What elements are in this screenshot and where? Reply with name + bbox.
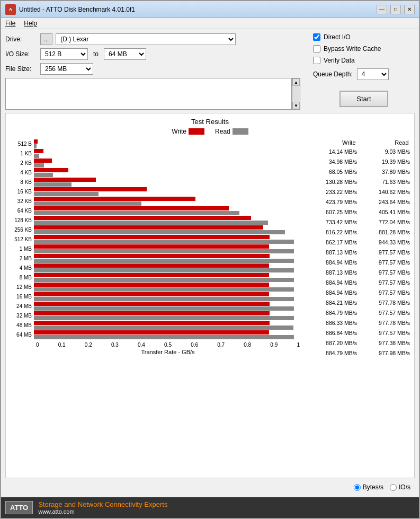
bar-row: 4 MB: [10, 263, 300, 272]
io-size-row: I/O Size: 512 B to 64 MB: [5, 48, 300, 60]
bypass-write-cache-label: Bypass Write Cache: [324, 45, 381, 52]
io-size-from-select[interactable]: 512 B: [40, 48, 88, 60]
write-value: 886.33 MB/s: [304, 320, 357, 326]
bytes-per-s-radio[interactable]: [354, 484, 361, 491]
read-bar: [34, 297, 294, 301]
bar-row: 16 MB: [10, 292, 300, 301]
value-row: 884.94 MB/s977.57 MB/s: [304, 258, 410, 267]
legend-write-label: Write: [172, 128, 186, 135]
bar-label: 256 KB: [10, 227, 34, 233]
bar-row: 64 MB: [10, 330, 300, 339]
menu-help[interactable]: Help: [24, 20, 37, 27]
description-textarea[interactable]: [5, 78, 292, 110]
app-icon: A: [5, 4, 16, 15]
bypass-write-cache-checkbox[interactable]: [313, 45, 320, 52]
io-size-label: I/O Size:: [5, 50, 37, 58]
bar-row: 32 KB: [10, 197, 300, 206]
read-value: 977.78 MB/s: [360, 300, 410, 306]
maximize-button[interactable]: □: [390, 5, 401, 14]
value-row: 862.17 MB/s944.33 MB/s: [304, 237, 410, 247]
read-bar: [34, 249, 294, 253]
bar-row: 256 KB: [10, 225, 300, 234]
queue-depth-row: Queue Depth: 4: [313, 68, 415, 80]
io-per-s-radio[interactable]: [390, 484, 397, 491]
read-bar: [34, 240, 294, 244]
form-left: Drive: ... (D:) Lexar I/O Size: 512 B to…: [5, 33, 300, 110]
file-size-select[interactable]: 256 MB: [40, 63, 93, 75]
chart-title: Test Results: [10, 118, 410, 126]
scroll-down-arrow[interactable]: ▼: [292, 102, 300, 109]
value-row: 886.33 MB/s977.78 MB/s: [304, 318, 410, 328]
bars-box: [34, 197, 300, 206]
queue-depth-select[interactable]: 4: [357, 68, 389, 80]
read-value: 977.57 MB/s: [360, 259, 410, 266]
bar-row: 4 KB: [10, 168, 300, 177]
verify-data-checkbox[interactable]: [313, 57, 320, 64]
read-bar: [34, 221, 268, 225]
read-value: 977.57 MB/s: [360, 279, 410, 286]
read-value: 243.64 MB/s: [360, 199, 410, 205]
io-size-to-select[interactable]: 64 MB: [104, 48, 146, 60]
x-axis-label: Transfer Rate - GB/s: [10, 349, 300, 355]
read-bar: [34, 306, 294, 311]
bars-box: [34, 302, 300, 311]
bar-row: 128 KB: [10, 216, 300, 225]
write-value: 884.79 MB/s: [304, 310, 357, 316]
write-bar: [34, 244, 269, 249]
read-color-swatch: [233, 128, 248, 135]
write-col-header: Write: [306, 139, 356, 146]
write-bar: [34, 187, 147, 191]
radio-group: Bytes/s IO/s: [354, 483, 410, 491]
direct-io-checkbox[interactable]: [313, 33, 320, 41]
bars-box: [34, 187, 300, 196]
description-container: ▲ ▼: [5, 78, 300, 110]
read-value: 405.41 MB/s: [360, 209, 410, 215]
value-row: 884.21 MB/s977.78 MB/s: [304, 298, 410, 307]
file-size-row: File Size: 256 MB: [5, 63, 300, 75]
bars-box: [34, 149, 300, 158]
io-per-s-label: IO/s: [399, 483, 410, 491]
value-row: 733.42 MB/s772.04 MB/s: [304, 217, 410, 227]
drive-select[interactable]: (D:) Lexar: [56, 33, 236, 45]
value-row: 887.13 MB/s977.57 MB/s: [304, 268, 410, 277]
write-value: 884.94 MB/s: [304, 259, 357, 266]
read-value: 37.80 MB/s: [360, 169, 410, 175]
value-row: 886.84 MB/s977.57 MB/s: [304, 328, 410, 338]
io-per-s-radio-item: IO/s: [390, 483, 410, 491]
bypass-write-cache-row: Bypass Write Cache: [313, 45, 415, 52]
main-window: A Untitled - ATTO Disk Benchmark 4.01.0f…: [0, 0, 420, 519]
chart-legend: Write Read: [10, 128, 410, 135]
close-button[interactable]: ✕: [404, 5, 415, 14]
scroll-up-arrow[interactable]: ▲: [292, 78, 300, 86]
write-value: 233.22 MB/s: [304, 189, 357, 195]
write-value: 130.28 MB/s: [304, 179, 357, 185]
form-section: Drive: ... (D:) Lexar I/O Size: 512 B to…: [5, 33, 415, 110]
start-button[interactable]: Start: [339, 91, 388, 107]
bar-row: 512 KB: [10, 235, 300, 244]
bar-label: 8 MB: [10, 275, 34, 280]
write-bar: [34, 263, 269, 268]
values-header: Write Read: [304, 139, 410, 146]
value-row: 130.28 MB/s71.63 MB/s: [304, 177, 410, 187]
bars-box: [34, 168, 300, 177]
read-bar: [34, 182, 72, 187]
write-value: 607.25 MB/s: [304, 209, 357, 215]
description-scrollbar[interactable]: ▲ ▼: [292, 78, 300, 110]
menu-bar: File Help: [1, 18, 419, 29]
read-bar: [34, 268, 294, 272]
read-bar: [34, 287, 294, 292]
write-bar: [34, 216, 251, 220]
bar-label: 8 KB: [10, 179, 34, 185]
bar-label: 12 MB: [10, 284, 34, 290]
minimize-button[interactable]: —: [377, 5, 387, 14]
bar-row: 512 B: [10, 139, 300, 148]
bar-label: 1 KB: [10, 151, 34, 156]
footer-bar: ATTO Storage and Network Connectivity Ex…: [1, 497, 419, 518]
menu-file[interactable]: File: [5, 20, 15, 27]
read-value: 977.57 MB/s: [360, 249, 410, 256]
bar-label: 16 MB: [10, 294, 34, 300]
browse-button[interactable]: ...: [40, 33, 52, 45]
write-value: 423.79 MB/s: [304, 199, 357, 205]
bar-label: 48 MB: [10, 322, 34, 328]
write-value: 816.22 MB/s: [304, 229, 357, 235]
